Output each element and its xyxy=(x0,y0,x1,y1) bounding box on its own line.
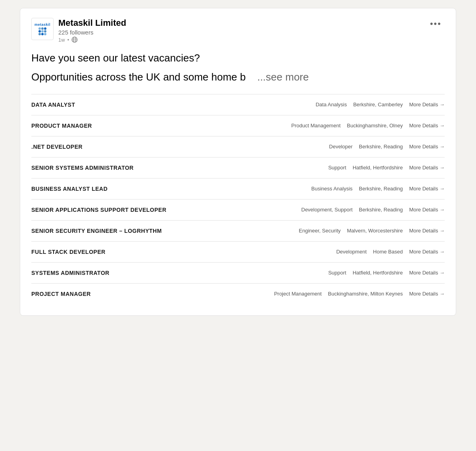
job-category: Project Management xyxy=(274,291,322,297)
more-details-link[interactable]: More Details → xyxy=(409,102,445,107)
more-options-button[interactable]: ••• xyxy=(427,18,445,30)
job-title: SENIOR SYSTEMS ADMINISTRATOR xyxy=(31,165,134,171)
job-row: PRODUCT MANAGER Product Management Bucki… xyxy=(31,115,445,136)
job-category: Engineer, Security xyxy=(299,228,341,234)
logo-dot xyxy=(41,30,44,33)
job-row: SYSTEMS ADMINISTRATOR Support Hatfield, … xyxy=(31,262,445,283)
job-row: .NET DEVELOPER Developer Berkshire, Read… xyxy=(31,136,445,157)
job-title: BUSINESS ANALYST LEAD xyxy=(31,186,111,192)
job-location: Buckinghamshire, Milton Keynes xyxy=(328,291,403,297)
separator: • xyxy=(67,37,69,43)
jobs-list: DATA ANALYST Data Analysis Berkshire, Ca… xyxy=(31,94,445,304)
more-details-link[interactable]: More Details → xyxy=(409,165,445,171)
post-card: metaskil Metaskil Limited xyxy=(20,8,456,316)
more-details-link[interactable]: More Details → xyxy=(409,207,445,213)
job-title: SENIOR APPLICATIONS SUPPORT DEVELOPER xyxy=(31,207,167,213)
post-meta: 1w • xyxy=(58,36,126,43)
job-details: Development, Support Berkshire, Reading … xyxy=(167,207,445,213)
more-details-link[interactable]: More Details → xyxy=(409,228,445,234)
more-details-link[interactable]: More Details → xyxy=(409,249,445,255)
company-header-left: metaskil Metaskil Limited xyxy=(31,18,126,43)
logo-dot xyxy=(44,27,46,30)
job-row: DATA ANALYST Data Analysis Berkshire, Ca… xyxy=(31,94,445,115)
logo-dot xyxy=(41,27,44,30)
company-logo[interactable]: metaskil xyxy=(31,18,54,40)
globe-icon xyxy=(71,36,78,43)
job-details: Developer Berkshire, Reading More Detail… xyxy=(111,144,445,150)
more-details-link[interactable]: More Details → xyxy=(409,144,445,150)
job-details: Business Analysis Berkshire, Reading Mor… xyxy=(111,186,445,192)
job-title: .NET DEVELOPER xyxy=(31,144,111,150)
job-details: Project Management Buckinghamshire, Milt… xyxy=(111,291,445,297)
job-location: Home Based xyxy=(373,249,403,255)
job-title: SYSTEMS ADMINISTRATOR xyxy=(31,270,111,276)
more-details-link[interactable]: More Details → xyxy=(409,291,445,297)
job-row: BUSINESS ANALYST LEAD Business Analysis … xyxy=(31,178,445,199)
job-details: Support Hatfield, Hertfordshire More Det… xyxy=(134,165,445,171)
job-title: PRODUCT MANAGER xyxy=(31,123,111,129)
post-content: Have you seen our latest vacancies? Oppo… xyxy=(31,51,445,84)
logo-dot xyxy=(44,33,46,35)
job-title: FULL STACK DEVELOPER xyxy=(31,249,111,255)
logo-text: metaskil xyxy=(35,23,50,27)
job-title: DATA ANALYST xyxy=(31,102,111,108)
job-location: Berkshire, Camberley xyxy=(353,102,403,107)
job-details: Data Analysis Berkshire, Camberley More … xyxy=(111,102,445,107)
job-category: Developer xyxy=(329,144,353,150)
job-location: Malvern, Worcestershire xyxy=(347,228,403,234)
job-details: Engineer, Security Malvern, Worcestershi… xyxy=(162,228,445,234)
followers-count: 225 followers xyxy=(58,29,126,36)
job-row: PROJECT MANAGER Project Management Bucki… xyxy=(31,283,445,304)
job-title: PROJECT MANAGER xyxy=(31,291,111,297)
job-location: Berkshire, Reading xyxy=(359,186,403,192)
job-row: SENIOR SYSTEMS ADMINISTRATOR Support Hat… xyxy=(31,157,445,178)
job-details: Product Management Buckinghamshire, Olne… xyxy=(111,123,445,129)
post-header: metaskil Metaskil Limited xyxy=(31,18,445,43)
job-location: Berkshire, Reading xyxy=(359,207,403,213)
job-row: SENIOR APPLICATIONS SUPPORT DEVELOPER De… xyxy=(31,199,445,220)
company-info: Metaskil Limited 225 followers 1w • xyxy=(58,18,126,43)
logo-dot xyxy=(44,30,46,33)
job-category: Development xyxy=(336,249,367,255)
job-location: Berkshire, Reading xyxy=(359,144,403,150)
more-details-link[interactable]: More Details → xyxy=(409,123,445,129)
post-subtitle: Opportunities across the UK and some hom… xyxy=(31,70,445,84)
logo-dot xyxy=(38,33,41,35)
more-details-link[interactable]: More Details → xyxy=(409,186,445,192)
job-category: Support xyxy=(328,165,346,171)
job-details: Support Hatfield, Hertfordshire More Det… xyxy=(111,270,445,276)
post-age: 1w xyxy=(58,37,65,43)
job-details: Development Home Based More Details → xyxy=(111,249,445,255)
job-category: Product Management xyxy=(291,123,340,129)
job-title: SENIOR SECURITY ENGINEER – LOGRHYTHM xyxy=(31,228,162,234)
logo-dot xyxy=(38,27,41,30)
job-row: SENIOR SECURITY ENGINEER – LOGRHYTHM Eng… xyxy=(31,220,445,241)
job-category: Development, Support xyxy=(301,207,353,213)
job-category: Support xyxy=(328,270,346,276)
logo-dot xyxy=(41,33,44,35)
see-more-link[interactable]: ...see more xyxy=(257,71,309,83)
job-row: FULL STACK DEVELOPER Development Home Ba… xyxy=(31,241,445,262)
job-location: Buckinghamshire, Olney xyxy=(347,123,403,129)
job-category: Business Analysis xyxy=(311,186,353,192)
logo-dot xyxy=(38,30,41,33)
job-location: Hatfield, Hertfordshire xyxy=(353,165,403,171)
job-location: Hatfield, Hertfordshire xyxy=(353,270,403,276)
more-details-link[interactable]: More Details → xyxy=(409,270,445,276)
job-category: Data Analysis xyxy=(316,102,347,107)
post-subtitle-text: Opportunities across the UK and some hom… xyxy=(31,71,246,83)
logo-icon-grid xyxy=(38,27,46,35)
post-title: Have you seen our latest vacancies? xyxy=(31,51,445,65)
company-name[interactable]: Metaskil Limited xyxy=(58,18,126,28)
